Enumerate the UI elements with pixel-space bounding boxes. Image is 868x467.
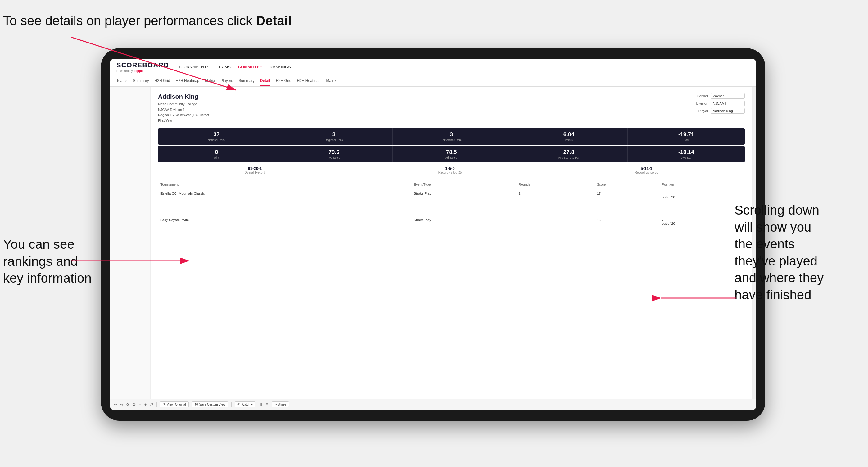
plus-icon[interactable]: + xyxy=(144,402,147,407)
nav-rankings[interactable]: RANKINGS xyxy=(270,65,291,69)
tab-matrix2[interactable]: Matrix xyxy=(326,76,337,86)
player-region: Region 1 - Southwest (18) District xyxy=(158,113,209,117)
col-tournament: Tournament xyxy=(158,181,388,188)
tournament-name-1: Estella CC- Mountain Classic xyxy=(158,188,388,203)
record-overall-value: 91-20-1 xyxy=(245,166,266,171)
redo-icon[interactable]: ↪ xyxy=(120,402,123,407)
position-3: 7 out of 20 xyxy=(659,215,745,229)
stat-national-rank-label: National Rank xyxy=(160,138,273,142)
nav-tournaments[interactable]: TOURNAMENTS xyxy=(178,65,209,69)
sub-nav: Teams Summary H2H Grid H2H Heatmap Matri… xyxy=(110,75,756,87)
view-original-button[interactable]: 👁 View: Original xyxy=(160,402,189,407)
record-top50: 5-11-1 Record vs top 50 xyxy=(635,166,658,174)
stats-row2: 0 Wins 79.6 Avg Score 78.5 Adj Score 2 xyxy=(158,146,745,162)
gender-control: Gender Women xyxy=(691,93,745,99)
player-name: Addison King xyxy=(158,93,209,100)
score-3: 16 xyxy=(594,215,659,229)
save-custom-view-button[interactable]: 💾 Save Custom View xyxy=(192,402,228,407)
record-top25-value: 1-5-0 xyxy=(438,166,462,171)
tab-summary2[interactable]: Summary xyxy=(239,76,254,86)
stat-national-rank: 37 National Rank xyxy=(158,128,275,145)
grid-icon[interactable]: ⊞ xyxy=(266,402,269,407)
tab-detail[interactable]: Detail xyxy=(260,76,270,86)
nav-teams[interactable]: TEAMS xyxy=(217,65,231,69)
share-icon: ↗ xyxy=(274,403,277,406)
spacer-3 xyxy=(388,215,411,229)
stat-points-value: 6.04 xyxy=(513,131,625,138)
stat-avg-score-value: 79.6 xyxy=(278,149,390,156)
tab-summary[interactable]: Summary xyxy=(133,76,149,86)
records-row: 91-20-1 Overall Record 1-5-0 Record vs t… xyxy=(158,164,745,177)
rounds-3: 2 xyxy=(516,215,594,229)
top-nav: SCOREBOARD Powered by clippd TOURNAMENTS… xyxy=(110,59,756,75)
tab-players[interactable]: Players xyxy=(220,76,233,86)
record-overall-label: Overall Record xyxy=(245,171,266,174)
nav-committee[interactable]: COMMITTEE xyxy=(238,65,262,69)
tournament-table: Tournament Event Type Rounds Score Posit… xyxy=(158,181,745,229)
player-year: First Year xyxy=(158,119,172,122)
division-select[interactable]: NJCAA I xyxy=(711,101,745,106)
logo-scoreboard: SCOREBOARD xyxy=(116,61,169,69)
stat-regional-rank-value: 3 xyxy=(278,131,390,138)
stat-avg-score-par-label: Avg Score to Par xyxy=(513,156,625,159)
record-top50-value: 5-11-1 xyxy=(635,166,658,171)
nav-links: TOURNAMENTS TEAMS COMMITTEE RANKINGS xyxy=(178,65,291,69)
gender-select[interactable]: Women xyxy=(711,93,745,99)
minus-icon[interactable]: − xyxy=(139,402,141,407)
record-overall: 91-20-1 Overall Record xyxy=(245,166,266,174)
watch-label: Watch xyxy=(242,403,250,406)
logo-area: SCOREBOARD Powered by clippd xyxy=(116,61,169,73)
record-top25: 1-5-0 Record vs top 25 xyxy=(438,166,462,174)
player-header: Addison King Mesa Community College NJCA… xyxy=(158,93,745,123)
settings-icon[interactable]: ⚙ xyxy=(132,402,136,407)
tournament-name-3: Lady Coyote Invite xyxy=(158,215,388,229)
left-sidebar xyxy=(110,87,151,399)
stat-avg-score-par-value: 27.8 xyxy=(513,149,625,156)
annotation-bottom-left: You can see rankings and key information xyxy=(3,236,92,287)
tab-h2h-heatmap[interactable]: H2H Heatmap xyxy=(176,76,199,86)
stat-adj-score-label: Adj Score xyxy=(395,156,507,159)
share-button[interactable]: ↗ Share xyxy=(272,402,289,407)
separator-1 xyxy=(156,402,157,407)
save-custom-view-label: Save Custom View xyxy=(199,403,225,406)
stat-national-rank-value: 37 xyxy=(160,131,273,138)
watch-chevron-icon: ▾ xyxy=(251,403,253,406)
watch-icon: 👁 xyxy=(238,403,241,406)
stat-wins-label: Wins xyxy=(160,156,273,159)
spacer-1 xyxy=(388,188,411,203)
stat-regional-rank-label: Regional Rank xyxy=(278,138,390,142)
stat-conference-rank-label: Conference Rank xyxy=(395,138,507,142)
score-1: 17 xyxy=(594,188,659,203)
undo-icon[interactable]: ↩ xyxy=(114,402,117,407)
stat-wins-value: 0 xyxy=(160,149,273,156)
stat-sos: -19.71 SoS xyxy=(628,128,745,145)
table-row: Estella CC- Mountain Classic Stroke Play… xyxy=(158,188,745,203)
refresh-icon[interactable]: ⟳ xyxy=(126,402,129,407)
save-icon: 💾 xyxy=(195,403,198,406)
col-score: Score xyxy=(594,181,659,188)
tab-h2h-heatmap2[interactable]: H2H Heatmap xyxy=(297,76,320,86)
player-college: Mesa Community College xyxy=(158,102,197,106)
stat-avg-score-par: 27.8 Avg Score to Par xyxy=(510,146,628,162)
event-type-1: Stroke Play xyxy=(411,188,516,203)
tab-teams[interactable]: Teams xyxy=(116,76,127,86)
division-label: Division xyxy=(691,101,708,105)
gender-label: Gender xyxy=(691,94,708,98)
tab-h2h-grid2[interactable]: H2H Grid xyxy=(276,76,291,86)
record-top25-label: Record vs top 25 xyxy=(438,171,462,174)
col-rounds: Rounds xyxy=(516,181,594,188)
player-select[interactable]: Addison King xyxy=(711,108,745,114)
stat-points: 6.04 Points xyxy=(510,128,628,145)
col-position: Position xyxy=(659,181,745,188)
stat-sos-value: -19.71 xyxy=(630,131,742,138)
app-container: SCOREBOARD Powered by clippd TOURNAMENTS… xyxy=(110,59,756,410)
share-label: Share xyxy=(278,403,286,406)
stats-row1: 37 National Rank 3 Regional Rank 3 Confe… xyxy=(158,128,745,145)
watch-button[interactable]: 👁 Watch ▾ xyxy=(235,402,255,407)
clock-icon[interactable]: ⏱ xyxy=(150,402,153,407)
monitor-icon[interactable]: 🖥 xyxy=(258,402,262,407)
stat-sos-label: SoS xyxy=(630,138,742,142)
tab-h2h-grid[interactable]: H2H Grid xyxy=(155,76,170,86)
tab-matrix[interactable]: Matrix xyxy=(205,76,215,86)
stat-avg-sg-value: -10.14 xyxy=(630,149,742,156)
